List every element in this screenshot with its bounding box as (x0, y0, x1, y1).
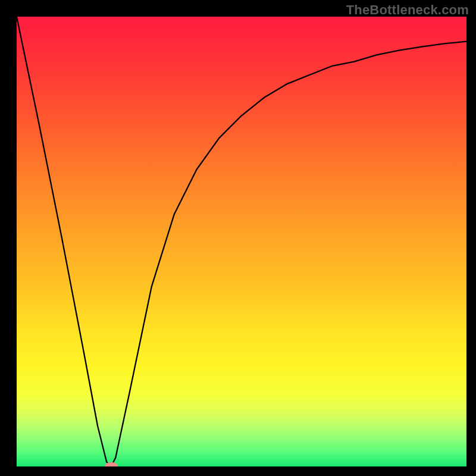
watermark-text: TheBottleneck.com (346, 2, 469, 18)
chart-frame: TheBottleneck.com (0, 0, 476, 476)
plot-area (17, 17, 466, 466)
bottleneck-curve (17, 17, 466, 466)
optimum-marker (105, 462, 118, 466)
